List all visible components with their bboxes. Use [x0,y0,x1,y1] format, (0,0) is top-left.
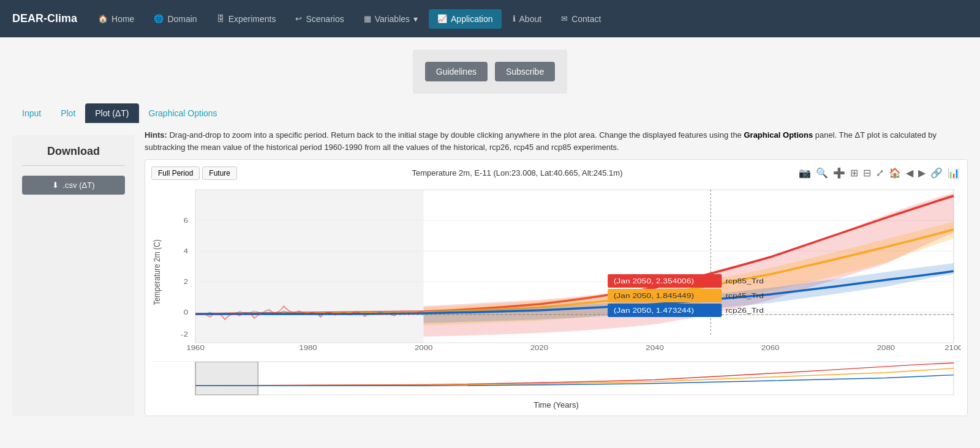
nav-application[interactable]: 📈 Application [429,9,502,29]
chart-toolbar: Full Period Future Temperature 2m, E-11 … [151,166,961,180]
pan-icon[interactable]: ⤢ [875,166,885,180]
nav-experiments[interactable]: 🗄 Experiments [208,9,285,29]
guidelines-button[interactable]: Guidelines [425,62,488,81]
svg-rect-1 [195,190,424,343]
period-buttons: Full Period Future [151,166,237,180]
nav-domain[interactable]: 🌐 Domain [145,9,205,29]
nav-contact[interactable]: ✉ Contact [552,9,609,29]
sidebar: Download ⬇ .csv (ΔT) [12,135,135,416]
nav-variables[interactable]: ▦ Variables ▾ [355,9,426,29]
svg-text:2100: 2100 [944,344,961,352]
variables-icon: ▦ [364,14,371,23]
svg-text:2040: 2040 [646,344,664,352]
svg-text:2060: 2060 [761,344,780,352]
svg-text:1960: 1960 [186,344,205,352]
svg-text:(Jan 2050, 1.473244): (Jan 2050, 1.473244) [614,306,694,315]
tab-plot-delta[interactable]: Plot (ΔT) [85,103,138,123]
about-icon: ℹ [513,14,516,23]
svg-point-33 [708,308,714,313]
plus-icon[interactable]: ➕ [832,166,846,180]
nav-about[interactable]: ℹ About [504,9,551,29]
left-arrow-icon[interactable]: ◀ [905,166,914,180]
nav-scenarios[interactable]: ↩ Scenarios [287,9,352,29]
tab-input[interactable]: Input [12,103,51,123]
mini-chart-svg[interactable] [151,361,961,398]
x-axis-label: Time (Years) [151,400,961,409]
svg-rect-34 [195,362,954,395]
svg-rect-35 [195,362,258,395]
svg-text:2080: 2080 [877,344,895,352]
right-arrow-icon[interactable]: ▶ [917,166,927,180]
link-icon[interactable]: 🔗 [929,166,944,180]
sidebar-divider [22,165,125,166]
brand-logo: DEAR-Clima [12,12,77,25]
svg-text:4: 4 [184,247,189,255]
full-period-button[interactable]: Full Period [151,166,200,180]
tab-bar: Input Plot Plot (ΔT) Graphical Options [0,94,980,123]
future-button[interactable]: Future [202,166,237,180]
svg-text:rcp45_Trd: rcp45_Trd [725,291,763,300]
svg-text:(Jan 2050, 2.354006): (Jan 2050, 2.354006) [614,277,694,285]
scenarios-icon: ↩ [295,14,302,23]
variables-dropdown-icon: ▾ [413,14,418,24]
download-csv-button[interactable]: ⬇ .csv (ΔT) [22,176,125,195]
svg-text:rcp85_Trd: rcp85_Trd [725,277,763,285]
nav-home[interactable]: 🏠 Home [89,9,143,29]
application-icon: 📈 [437,14,447,23]
svg-text:Temperature 2m (C): Temperature 2m (C) [152,239,162,305]
navbar: DEAR-Clima 🏠 Home 🌐 Domain 🗄 Experiments… [0,0,980,37]
svg-text:0: 0 [184,308,189,316]
chart-toolbar-icons: 📷 🔍 ➕ ⊞ ⊟ ⤢ 🏠 ◀ ▶ 🔗 📊 [797,166,961,180]
svg-text:2020: 2020 [530,344,549,352]
camera-icon[interactable]: 📷 [797,166,812,180]
house-icon[interactable]: 🏠 [888,166,902,180]
svg-text:1980: 1980 [299,344,317,352]
svg-text:-2: -2 [181,330,188,338]
svg-text:2: 2 [184,278,189,286]
tab-graphical-options[interactable]: Graphical Options [139,103,227,123]
contact-icon: ✉ [561,14,568,23]
svg-text:6: 6 [184,217,189,225]
domain-icon: 🌐 [154,14,164,23]
svg-text:2000: 2000 [415,344,433,352]
hints-paragraph: Hints: Drag-and-drop to zoom into a spec… [145,129,968,153]
main-chart-svg[interactable]: 6 4 2 0 -2 1960 1980 2000 2020 2040 2060… [151,184,961,361]
download-icon: ⬇ [52,181,59,190]
home-icon: 🏠 [98,14,108,23]
svg-point-32 [708,293,714,298]
chart-container: Full Period Future Temperature 2m, E-11 … [145,159,968,416]
zoom-in-icon[interactable]: 🔍 [815,166,829,180]
svg-point-31 [708,278,714,283]
chart-area: Hints: Drag-and-drop to zoom into a spec… [145,129,968,416]
svg-text:(Jan 2050, 1.845449): (Jan 2050, 1.845449) [614,291,694,300]
compress-icon[interactable]: ⊟ [862,166,872,180]
experiments-icon: 🗄 [217,14,225,23]
expand-icon[interactable]: ⊞ [849,166,859,180]
chart-title: Temperature 2m, E-11 (Lon:23.008, Lat:40… [237,168,797,177]
sidebar-title: Download [22,145,125,158]
banner-area: Guidelines Subscribe [413,50,567,94]
svg-text:rcp26_Trd: rcp26_Trd [725,306,763,315]
tab-plot[interactable]: Plot [51,103,85,123]
bar-chart-icon[interactable]: 📊 [946,166,961,180]
subscribe-button[interactable]: Subscribe [495,62,555,81]
chart-svg-wrapper: 6 4 2 0 -2 1960 1980 2000 2020 2040 2060… [151,184,961,398]
